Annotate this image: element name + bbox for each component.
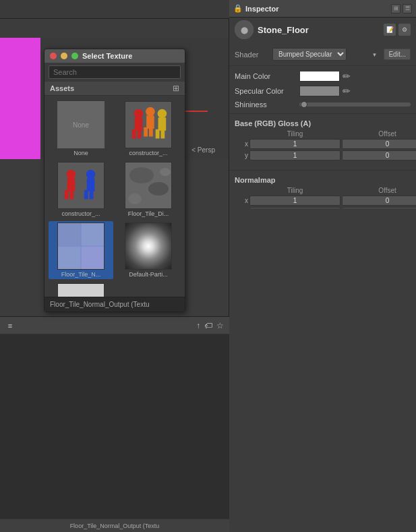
svg-rect-26 <box>57 223 81 246</box>
asset-filename: Floor_Tile_Normal_Output (Textu <box>70 523 160 529</box>
svg-rect-9 <box>158 117 167 130</box>
asset-panel-toolbar: ≡ ↑ 🏷 ☆ <box>0 317 229 334</box>
select-texture-window: Select Texture Assets ⊞ None None <box>44 49 185 312</box>
tag-icon[interactable]: 🏷 <box>204 321 212 330</box>
stone-svg <box>125 162 172 209</box>
normal-offset-y[interactable] <box>342 207 416 208</box>
object-header: ⬤ Stone_Floor 📝 ⚙ <box>229 18 416 42</box>
shininess-slider[interactable] <box>299 102 411 107</box>
search-input[interactable] <box>49 65 181 79</box>
base-x-label: x <box>235 140 248 148</box>
shader-dropdown[interactable]: Bumped Specular <box>272 48 347 61</box>
inspector-tab-label[interactable]: Inspector <box>245 5 279 13</box>
shininess-thumb <box>301 101 307 108</box>
maximize-button[interactable] <box>71 53 78 59</box>
texture-name-floor-normal: Floor_Tile_N... <box>57 271 105 278</box>
specular-color-row: Specular Color ✏ <box>229 84 416 98</box>
normal-tiling-x[interactable] <box>249 196 340 206</box>
selected-texture-name: Floor_Tile_Normal_Output (Textu <box>50 301 149 308</box>
normal-texture-visual <box>57 223 105 270</box>
texture-name-particle: Default-Parti... <box>125 271 172 278</box>
shader-dropdown-wrap[interactable]: Bumped Specular <box>272 48 380 61</box>
svg-point-21 <box>129 167 154 183</box>
main-color-edit-icon[interactable]: ✏ <box>343 71 351 82</box>
inspector-options-icon[interactable]: ⊞ <box>391 4 400 13</box>
svg-rect-11 <box>160 129 165 139</box>
texture-item-none[interactable]: None None <box>49 100 113 158</box>
particle-texture-visual <box>125 223 171 270</box>
normal-y-row: y <box>235 207 416 208</box>
asset-panel-tools: ↑ 🏷 ☆ <box>196 321 224 330</box>
specular-color-swatch[interactable] <box>299 86 340 96</box>
right-panel: 🔒 Inspector ⊞ ☰ ⬤ Stone_Floor 📝 ⚙ Shader <box>229 0 416 532</box>
shader-row: Shader Bumped Specular Edit... <box>229 46 416 63</box>
edit-button[interactable]: Edit... <box>384 49 411 60</box>
grid-view-icon[interactable]: ⊞ <box>173 84 179 93</box>
svg-rect-27 <box>81 246 105 270</box>
stone-texture-visual <box>125 162 172 209</box>
texture-name-none: None <box>57 150 105 156</box>
texture-grid: None None <box>44 96 185 312</box>
svg-point-12 <box>67 170 76 179</box>
star-icon[interactable]: ☆ <box>216 321 224 330</box>
texture-item-floor-diffuse[interactable]: Floor_Tile_Di... <box>116 160 181 218</box>
panel-menu-icon[interactable]: ≡ <box>5 321 15 330</box>
close-button[interactable] <box>50 53 57 59</box>
svg-point-0 <box>134 109 144 119</box>
normal-tiling-header: Tiling Offset <box>235 187 416 194</box>
base-tiling-y[interactable] <box>249 150 340 160</box>
normal-texture-info: Normalmap Tiling Offset x y <box>235 176 416 208</box>
svg-rect-1 <box>135 117 143 130</box>
svg-rect-7 <box>149 127 153 137</box>
divider-2 <box>229 113 416 114</box>
base-offset-y[interactable] <box>342 150 416 160</box>
texture-item-constructor2[interactable]: constructor_... <box>49 160 113 218</box>
svg-rect-2 <box>132 129 136 139</box>
normal-tiling-header-label: Tiling <box>249 187 340 194</box>
object-icon: ⬤ <box>235 20 254 39</box>
svg-point-24 <box>160 168 171 176</box>
specular-color-value: ✏ <box>299 86 411 96</box>
specular-color-edit-icon[interactable]: ✏ <box>343 86 351 96</box>
script-icon-btn[interactable]: 📝 <box>384 24 396 36</box>
svg-rect-13 <box>67 178 76 191</box>
viewport-pink <box>0 38 40 159</box>
normal-offset-x[interactable] <box>342 196 416 206</box>
svg-point-22 <box>148 182 169 196</box>
svg-rect-3 <box>137 129 141 139</box>
constructor1-thumbnail <box>125 101 172 148</box>
upload-icon[interactable]: ↑ <box>196 321 200 330</box>
base-tiling-x[interactable] <box>249 139 340 149</box>
settings-icon-btn[interactable]: ⚙ <box>398 24 411 36</box>
left-panel: Y < Persp Select Texture Assets ⊞ <box>0 19 229 532</box>
texture-item-particle[interactable]: Default-Parti... <box>116 221 181 279</box>
shininess-row: Shininess <box>229 98 416 111</box>
base-section-title: Base (RGB) Gloss (A) <box>235 119 416 127</box>
svg-rect-5 <box>146 115 154 128</box>
main-color-swatch[interactable] <box>299 71 340 82</box>
svg-rect-6 <box>144 127 148 137</box>
minimize-button[interactable] <box>61 53 67 59</box>
normal-tiling-y[interactable] <box>249 207 340 208</box>
base-texture-row: Base (RGB) Gloss (A) Tiling Offset x y <box>229 117 416 167</box>
constructor2-thumbnail <box>57 162 105 209</box>
main-color-row: Main Color ✏ <box>229 69 416 84</box>
inspector-menu-icon[interactable]: ☰ <box>403 4 412 13</box>
texture-item-floor-normal[interactable]: Floor_Tile_N... <box>49 221 113 279</box>
tiling-header: Tiling Offset <box>235 130 416 138</box>
svg-rect-19 <box>90 190 94 200</box>
constructor1-svg <box>125 101 171 148</box>
floor-normal-thumbnail <box>57 223 105 270</box>
base-offset-x[interactable] <box>342 139 416 149</box>
normal-section-title: Normalmap <box>235 176 416 184</box>
search-bar <box>44 63 185 82</box>
svg-point-4 <box>146 107 155 117</box>
object-name: Stone_Floor <box>258 25 380 35</box>
inspector-header-icons: ⊞ ☰ <box>391 4 412 13</box>
divider-3 <box>229 170 416 171</box>
window-title: Select Texture <box>82 52 132 60</box>
texture-item-constructor1[interactable]: constructor_... <box>116 100 181 158</box>
normal-svg <box>57 223 105 270</box>
shininess-value <box>299 102 411 107</box>
svg-text:⬤: ⬤ <box>241 26 248 34</box>
